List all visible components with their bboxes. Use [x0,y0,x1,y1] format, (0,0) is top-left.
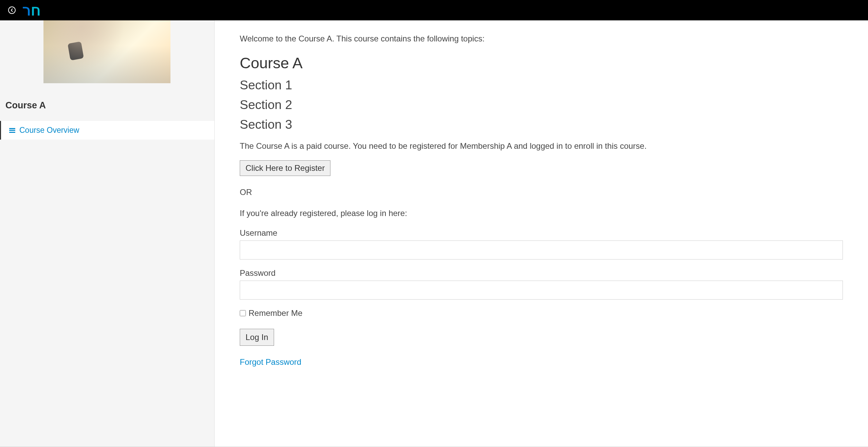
remember-me-checkbox[interactable] [240,310,246,316]
remember-me-label: Remember Me [249,308,303,318]
course-description: The Course A is a paid course. You need … [240,141,843,151]
login-button[interactable]: Log In [240,329,274,346]
password-label: Password [240,268,843,278]
main-container: Course A Course Overview Welcome to the … [0,20,868,447]
logo-letter-1: ר [22,3,31,18]
password-input[interactable] [240,281,843,300]
logo-letter-2: ח [31,3,41,18]
section-heading-2: Section 2 [240,98,843,112]
sidebar-item-label: Course Overview [19,126,79,135]
remember-me-group: Remember Me [240,308,843,318]
username-label: Username [240,228,843,238]
chevron-left-icon [10,8,14,12]
main-content: Welcome to the Course A. This course con… [215,20,868,447]
or-separator: OR [240,187,843,197]
username-input[interactable] [240,240,843,260]
sidebar: Course A Course Overview [0,20,215,447]
course-thumbnail-image [43,20,170,83]
sidebar-item-course-overview[interactable]: Course Overview [0,121,214,140]
topbar: רח [0,0,868,20]
list-icon [9,128,15,133]
sidebar-course-title: Course A [0,83,214,121]
section-heading-1: Section 1 [240,78,843,92]
back-button[interactable] [8,6,16,14]
password-field-group: Password [240,268,843,300]
course-heading: Course A [240,54,843,72]
intro-text: Welcome to the Course A. This course con… [240,34,843,43]
forgot-password-link[interactable]: Forgot Password [240,357,843,367]
login-prompt: If you're already registered, please log… [240,209,843,218]
register-button[interactable]: Click Here to Register [240,160,330,176]
logo: רח [22,3,41,18]
section-heading-3: Section 3 [240,118,843,132]
username-field-group: Username [240,228,843,260]
